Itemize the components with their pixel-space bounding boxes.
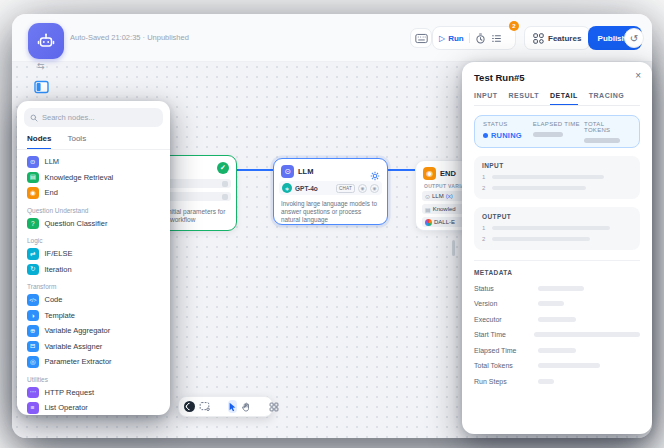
elapsed-time-label: ELAPSED TIME xyxy=(533,121,584,127)
node-item-iteration[interactable]: ↻ Iteration xyxy=(24,262,163,278)
node-item-code[interactable]: </> Code xyxy=(24,292,163,308)
llm-node-icon: ⊙ xyxy=(281,165,294,178)
node-item-question-classifier[interactable]: ? Question Classifier xyxy=(24,216,163,232)
node-item-list-operator[interactable]: ≡ List Operator xyxy=(24,400,163,415)
meta-skeleton xyxy=(538,379,554,384)
node-item-label: LLM xyxy=(45,157,60,166)
mic-capability-icon: ◉ xyxy=(358,184,367,193)
meta-skeleton xyxy=(538,317,576,322)
search-icon xyxy=(30,114,38,122)
line-number: 2 xyxy=(482,185,487,191)
loading-skeleton xyxy=(492,226,610,231)
node-item-label: End xyxy=(45,188,58,197)
llm-node[interactable]: ⊙ LLM ∗ GPT-4o CHAT ◉ ◉ Invoking large l… xyxy=(273,158,388,225)
variable-aggregator-icon: ⊕ xyxy=(27,325,39,337)
tab-tools[interactable]: Tools xyxy=(67,134,86,149)
swap-mode-icon[interactable]: ⇆ xyxy=(37,61,45,71)
run-panel-tabs: INPUT RESULT DETAIL TRACING xyxy=(474,92,640,106)
node-item-label: Variable Aggregator xyxy=(45,326,111,335)
app-robot-icon[interactable] xyxy=(28,23,64,59)
node-item-label: List Operator xyxy=(45,403,88,412)
close-icon[interactable]: × xyxy=(635,70,641,81)
node-item-template[interactable]: ◑ Template xyxy=(24,308,163,324)
http-request-icon: ⋯ xyxy=(27,387,39,399)
llm-icon: ⊙ xyxy=(27,156,39,168)
list-operator-icon: ≡ xyxy=(27,402,39,414)
llm-node-description: Invoking large language models to answer… xyxy=(281,200,381,224)
organize-blocks-button[interactable] xyxy=(269,400,279,413)
loading-skeleton xyxy=(492,175,604,180)
tab-result[interactable]: RESULT xyxy=(509,92,539,105)
if-else-icon: ⇄ xyxy=(27,248,39,260)
node-search-box[interactable] xyxy=(24,108,163,127)
llm-model-selector[interactable]: ∗ GPT-4o CHAT ◉ ◉ xyxy=(279,181,382,195)
features-button[interactable]: Features xyxy=(524,26,590,50)
version-history-button[interactable]: ↺ xyxy=(624,28,644,48)
output-section-label: OUTPUT xyxy=(482,213,632,220)
run-button-group: ▷ Run xyxy=(432,26,516,50)
node-item-label: Knowledge Retrieval xyxy=(45,173,114,182)
end-icon: ◉ xyxy=(27,187,39,199)
node-item-label: Variable Assigner xyxy=(45,342,103,351)
running-status-dot xyxy=(483,133,488,138)
add-block-button[interactable] xyxy=(184,400,195,413)
panel-layout-icon[interactable] xyxy=(34,80,49,98)
edge-llm-to-end xyxy=(388,169,415,171)
node-item-llm[interactable]: ⊙ LLM xyxy=(24,154,163,170)
var-ref: (x) xyxy=(446,193,453,199)
var-label: DALL-E xyxy=(434,219,455,225)
question-classifier-icon: ? xyxy=(27,218,39,230)
input-section: INPUT 1 2 xyxy=(474,156,640,199)
pointer-mode-button[interactable] xyxy=(228,400,237,413)
search-input[interactable] xyxy=(42,113,157,122)
node-item-knowledge-retrieval[interactable]: ▤ Knowledge Retrieval xyxy=(24,170,163,186)
group-title-question-understand: Question Understand xyxy=(27,207,160,214)
node-item-label: Parameter Extractor xyxy=(45,357,112,366)
node-item-variable-assigner[interactable]: ⊟ Variable Assigner xyxy=(24,339,163,355)
node-item-variable-aggregator[interactable]: ⊕ Variable Aggregator xyxy=(24,323,163,339)
checklist-icon[interactable] xyxy=(491,33,502,44)
metadata-row: Elapsed Time xyxy=(474,347,640,354)
run-panel-title: Test Run#5 xyxy=(474,72,640,83)
section-divider xyxy=(474,260,640,261)
group-title-logic: Logic xyxy=(27,237,160,244)
llm-node-title: LLM xyxy=(298,167,313,176)
run-play-icon[interactable]: ▷ xyxy=(439,34,445,43)
variable-assigner-icon: ⊟ xyxy=(27,341,39,353)
test-run-panel: Test Run#5 × INPUT RESULT DETAIL TRACING… xyxy=(462,62,652,434)
node-item-http-request[interactable]: ⋯ HTTP Request xyxy=(24,385,163,401)
tab-detail[interactable]: DETAIL xyxy=(550,92,578,105)
meta-label: Executor xyxy=(474,316,538,323)
lasso-select-button[interactable] xyxy=(199,400,210,413)
node-item-label: IF/ELSE xyxy=(45,249,73,258)
success-check-icon: ✓ xyxy=(217,162,229,174)
tab-tracing[interactable]: TRACING xyxy=(589,92,624,105)
meta-skeleton xyxy=(538,301,564,306)
loading-skeleton xyxy=(492,237,590,242)
panel-resize-handle[interactable] xyxy=(452,240,455,256)
hand-mode-button[interactable] xyxy=(241,400,251,413)
run-button[interactable]: Run xyxy=(448,34,464,43)
tab-nodes[interactable]: Nodes xyxy=(27,134,51,149)
meta-label: Run Steps xyxy=(474,378,538,385)
shortcuts-keyboard-button[interactable] xyxy=(410,28,432,48)
features-label: Features xyxy=(548,34,581,43)
node-item-parameter-extractor[interactable]: ◎ Parameter Extractor xyxy=(24,354,163,370)
publish-label: Publish xyxy=(598,34,627,43)
status-summary-card: STATUS RUNING ELAPSED TIME TOTAL TOKENS xyxy=(474,115,640,148)
output-variables-label: OUTPUT VARIA xyxy=(424,183,465,189)
node-item-if-else[interactable]: ⇄ IF/ELSE xyxy=(24,246,163,262)
meta-label: Version xyxy=(474,300,538,307)
row-action-icon[interactable] xyxy=(222,181,228,187)
meta-skeleton xyxy=(538,286,584,291)
total-tokens-label: TOTAL TOKENS xyxy=(584,121,631,133)
tab-input[interactable]: INPUT xyxy=(474,92,498,105)
node-item-end[interactable]: ◉ End xyxy=(24,185,163,201)
tokens-skeleton xyxy=(584,138,620,143)
row-action-icon[interactable] xyxy=(222,194,228,200)
stopwatch-history-icon[interactable] xyxy=(475,33,486,44)
end-node-icon: ◉ xyxy=(423,167,436,180)
chat-mode-badge: CHAT xyxy=(336,184,355,193)
line-number: 2 xyxy=(482,236,487,242)
meta-label: Elapsed Time xyxy=(474,347,538,354)
